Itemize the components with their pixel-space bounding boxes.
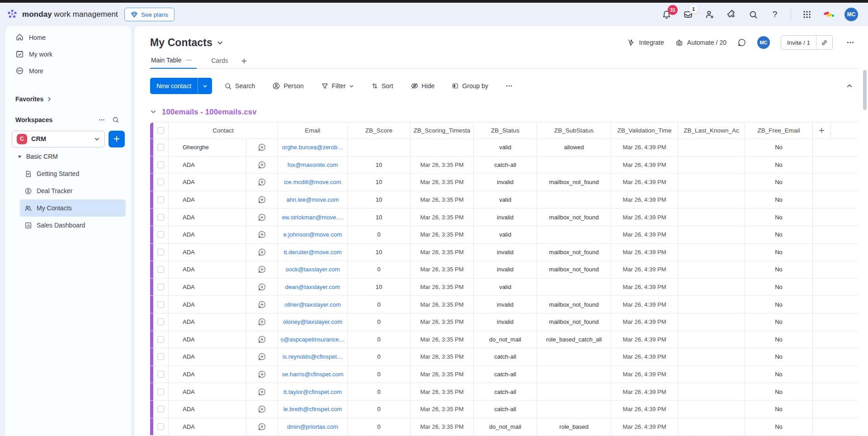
email-link[interactable]: ew.strickman@move.…	[282, 214, 344, 221]
zb-substatus-cell[interactable]	[537, 383, 611, 400]
zb-last-known-cell[interactable]	[678, 279, 745, 296]
contact-name-cell[interactable]: ADA	[169, 401, 246, 418]
toolbar-more-button[interactable]	[500, 78, 518, 94]
zb-status-cell[interactable]: valid	[474, 226, 537, 243]
zb-free-email-cell[interactable]: No	[745, 174, 813, 191]
add-conversation-cell[interactable]	[246, 279, 278, 296]
email-cell[interactable]: se.harris@cfinspet.com	[278, 366, 348, 383]
row-checkbox[interactable]	[157, 389, 164, 395]
zb-scoring-timestamp-cell[interactable]: Mar 26, 3:35 PM	[410, 331, 474, 348]
email-link[interactable]: s@aspcapetinsurance…	[281, 336, 345, 343]
zb-validation-time-cell[interactable]: Mar 26, 4:39 PM	[611, 401, 678, 418]
zb-validation-time-cell[interactable]: Mar 26, 4:39 PM	[611, 296, 678, 313]
zb-substatus-cell[interactable]: mailbox_not_found	[537, 209, 611, 226]
zb-status-cell[interactable]: invalid	[474, 296, 537, 313]
add-conversation-cell[interactable]	[246, 313, 278, 331]
row-checkbox[interactable]	[157, 161, 164, 168]
automate-button[interactable]: Automate / 20	[675, 38, 726, 47]
zb-score-cell[interactable]: 10	[348, 209, 410, 226]
search-button[interactable]: Search	[219, 78, 260, 94]
zb-validation-time-cell[interactable]: Mar 26, 4:39 PM	[611, 191, 678, 209]
zb-free-email-cell[interactable]: No	[745, 296, 813, 313]
zb-status-cell[interactable]: valid	[474, 279, 537, 296]
zb-free-email-cell[interactable]: No	[745, 366, 813, 383]
zb-last-known-cell[interactable]	[678, 331, 745, 348]
zb-score-cell[interactable]: 0	[348, 383, 410, 400]
row-select-cell[interactable]	[153, 418, 169, 436]
zb-score-cell[interactable]: 0	[348, 313, 410, 331]
row-select-cell[interactable]	[153, 401, 169, 418]
contact-name-cell[interactable]: ADA	[169, 383, 246, 400]
zb-status-cell[interactable]: invalid	[474, 313, 537, 331]
zb-scoring-timestamp-cell[interactable]: Mar 26, 3:35 PM	[410, 279, 474, 296]
zb-substatus-cell[interactable]	[537, 366, 611, 383]
email-link[interactable]: dean@taxslayer.com	[285, 284, 340, 290]
zb-substatus-cell[interactable]	[537, 191, 611, 209]
board-title[interactable]: My Contacts	[150, 37, 223, 49]
integrate-button[interactable]: Integrate	[627, 38, 664, 47]
row-checkbox[interactable]	[157, 266, 164, 273]
add-conversation-cell[interactable]	[246, 418, 278, 436]
add-workspace-item-button[interactable]	[108, 131, 125, 147]
zb-last-known-cell[interactable]	[678, 418, 745, 436]
zb-validation-time-cell[interactable]: Mar 26, 4:39 PM	[611, 174, 678, 191]
zb-free-email-cell[interactable]: No	[745, 313, 813, 331]
add-conversation-cell[interactable]	[246, 174, 278, 191]
zb-status-cell[interactable]: catch-all	[474, 348, 537, 365]
zb-status-cell[interactable]: catch-all	[474, 366, 537, 383]
zb-scoring-timestamp-cell[interactable]: Mar 26, 3:35 PM	[410, 296, 474, 313]
new-contact-dropdown[interactable]	[198, 78, 212, 94]
zb-substatus-cell[interactable]: mailbox_not_found	[537, 174, 611, 191]
zb-scoring-timestamp-cell[interactable]	[410, 139, 474, 156]
column-header-zb-status[interactable]: ZB_Status	[474, 123, 537, 138]
zb-scoring-timestamp-cell[interactable]: Mar 26, 3:35 PM	[410, 313, 474, 331]
email-cell[interactable]: ollner@taxslayer.com	[278, 296, 348, 313]
workspaces-options-button[interactable]	[96, 114, 107, 125]
zb-substatus-cell[interactable]: role_based_catch_all	[537, 331, 611, 348]
contact-name-cell[interactable]: Gheorghe	[169, 139, 246, 156]
folder-basic-crm[interactable]: Basic CRM	[11, 148, 126, 165]
email-link[interactable]: dmin@priortax.com	[287, 423, 338, 430]
email-cell[interactable]: orghe.burcea@zerob…	[278, 139, 348, 156]
contact-name-cell[interactable]: ADA	[169, 366, 246, 383]
column-header-email[interactable]: Email	[278, 123, 348, 138]
zb-score-cell[interactable]: 10	[348, 174, 410, 191]
zb-last-known-cell[interactable]	[678, 191, 745, 209]
column-header-zb-scoring-timestamp[interactable]: ZB_Scoring_Timesta	[410, 123, 474, 138]
select-all-checkbox[interactable]	[157, 127, 164, 134]
row-checkbox[interactable]	[157, 249, 164, 256]
row-select-cell[interactable]	[153, 209, 169, 226]
board-member-avatar[interactable]: MC	[757, 36, 770, 49]
row-select-cell[interactable]	[153, 331, 169, 348]
email-cell[interactable]: s@aspcapetinsurance…	[278, 331, 348, 348]
zb-score-cell[interactable]: 0	[348, 296, 410, 313]
zb-substatus-cell[interactable]	[537, 226, 611, 243]
zb-status-cell[interactable]: invalid	[474, 261, 537, 278]
add-conversation-cell[interactable]	[246, 401, 278, 418]
add-conversation-cell[interactable]	[246, 261, 278, 278]
zb-last-known-cell[interactable]	[678, 174, 745, 191]
zb-scoring-timestamp-cell[interactable]: Mar 26, 3:35 PM	[410, 174, 474, 191]
collapse-header-button[interactable]	[843, 79, 856, 93]
column-header-zb-substatus[interactable]: ZB_SubStatus	[537, 123, 611, 138]
column-header-zb-validation-time[interactable]: ZB_Validation_Time	[611, 123, 678, 138]
email-link[interactable]: ahn.lee@move.com	[287, 196, 339, 203]
email-cell[interactable]: le.breth@cfinspet.com	[278, 401, 348, 418]
zb-substatus-cell[interactable]: mailbox_not_found	[537, 261, 611, 278]
email-link[interactable]: ice.mcdill@move.com	[284, 179, 341, 185]
column-header-contact[interactable]: Contact	[169, 123, 278, 138]
add-conversation-cell[interactable]	[246, 191, 278, 209]
zb-free-email-cell[interactable]: No	[745, 209, 813, 226]
zb-scoring-timestamp-cell[interactable]: Mar 26, 3:35 PM	[410, 261, 474, 278]
contact-name-cell[interactable]: ADA	[169, 226, 246, 243]
invite-button[interactable]: Invite / 1	[781, 35, 833, 50]
zb-status-cell[interactable]: catch-all	[474, 383, 537, 400]
tab-cards[interactable]: Cards	[210, 57, 232, 68]
email-cell[interactable]: tt.deruiter@move.com	[278, 244, 348, 261]
board-item-my-contacts[interactable]: My Contacts	[20, 199, 126, 217]
row-checkbox[interactable]	[157, 214, 164, 221]
marketplace-apps-button[interactable]	[726, 9, 737, 20]
contact-name-cell[interactable]: ADA	[169, 313, 246, 331]
zb-score-cell[interactable]: 10	[348, 191, 410, 209]
zb-free-email-cell[interactable]: No	[745, 279, 813, 296]
